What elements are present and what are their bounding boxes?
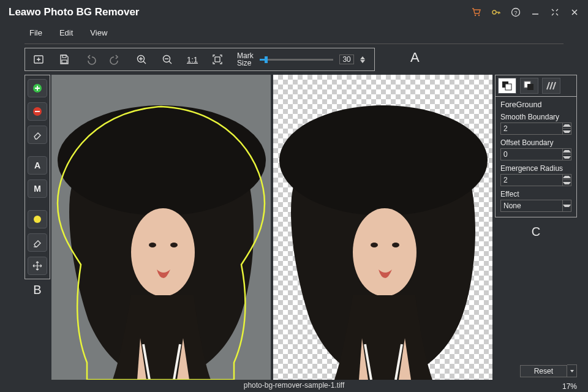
cart-icon[interactable] (472, 7, 481, 17)
titlebar-actions: ? (472, 7, 579, 17)
svg-point-17 (170, 243, 178, 247)
svg-point-20 (371, 243, 378, 247)
right-panel: ForeGround Smooth Boundary 2 Offset Boun… (495, 75, 577, 239)
divider (24, 43, 564, 44)
auto-mode-button[interactable]: A (28, 156, 47, 175)
effect-select[interactable]: None (500, 200, 571, 212)
svg-point-19 (353, 208, 417, 296)
zoom-out-icon[interactable] (161, 53, 173, 66)
mark-size-value[interactable]: 30 (339, 55, 354, 64)
reset-button[interactable]: Reset (520, 365, 567, 377)
annotation-c: C (495, 225, 577, 239)
svg-text:?: ? (514, 10, 517, 16)
svg-point-13 (34, 216, 41, 223)
color-picker-button[interactable] (28, 210, 47, 228)
offset-boundary-label: Offset Boundary (500, 138, 571, 147)
menu-file[interactable]: File (29, 28, 42, 37)
left-sidebar: A M (24, 75, 50, 279)
minimize-icon[interactable] (530, 7, 540, 17)
eraser-button[interactable] (28, 126, 47, 144)
svg-point-16 (149, 243, 156, 247)
mark-size-spinner[interactable] (360, 56, 365, 63)
app-title: Leawo Photo BG Remover (9, 6, 139, 18)
svg-rect-23 (505, 84, 511, 90)
svg-point-21 (392, 243, 399, 247)
menubar: File Edit View (0, 24, 588, 43)
maximize-icon[interactable] (550, 7, 560, 17)
filename-label: photo-bg-remover-sample-1.tiff (244, 381, 345, 390)
annotation-b: B (24, 283, 50, 297)
tab-foreground[interactable] (498, 78, 516, 94)
emergence-radius-field[interactable]: 2 (500, 174, 571, 186)
smooth-boundary-field[interactable]: 2 (500, 123, 571, 135)
svg-point-0 (475, 15, 476, 16)
annotation-a: A (410, 50, 420, 66)
help-icon[interactable]: ? (511, 7, 521, 17)
titlebar: Leawo Photo BG Remover ? (0, 0, 588, 24)
emergence-radius-label: Emergence Radius (500, 164, 571, 173)
add-mark-button[interactable] (28, 79, 47, 97)
menu-view[interactable]: View (90, 28, 107, 37)
status-bar: photo-bg-remover-sample-1.tiff (0, 379, 588, 392)
canvas-area (51, 75, 492, 380)
svg-point-2 (492, 10, 496, 14)
original-canvas[interactable] (51, 75, 271, 380)
undo-icon[interactable] (84, 53, 96, 66)
add-file-icon[interactable] (32, 53, 45, 66)
close-icon[interactable] (570, 7, 579, 17)
mask-eraser-button[interactable] (28, 233, 47, 252)
key-icon[interactable] (491, 7, 501, 17)
move-button[interactable] (28, 257, 47, 275)
effect-label: Effect (500, 190, 571, 198)
right-panel-tabs (495, 75, 577, 97)
toolbar: 1:1 Mark Size 30 (24, 48, 375, 71)
save-icon[interactable] (58, 53, 70, 66)
tab-edge[interactable] (542, 78, 560, 94)
offset-boundary-field[interactable]: 0 (500, 148, 571, 160)
reset-dropdown[interactable] (567, 364, 577, 377)
zoom-in-icon[interactable] (135, 53, 148, 66)
mark-size-control: Mark Size 30 (237, 52, 365, 67)
tab-background[interactable] (520, 78, 538, 94)
svg-point-15 (131, 208, 195, 296)
fit-screen-icon[interactable] (211, 53, 224, 66)
svg-point-1 (478, 15, 480, 16)
redo-icon[interactable] (110, 53, 122, 66)
mark-size-label2: Size (237, 59, 254, 67)
smooth-boundary-label: Smooth Boundary (500, 113, 571, 121)
svg-rect-25 (527, 84, 533, 90)
manual-mode-button[interactable]: M (28, 179, 47, 198)
remove-mark-button[interactable] (28, 102, 47, 121)
menu-edit[interactable]: Edit (59, 28, 73, 37)
svg-rect-7 (62, 60, 67, 63)
right-panel-body: ForeGround Smooth Boundary 2 Offset Boun… (495, 97, 577, 217)
svg-rect-6 (62, 55, 66, 58)
svg-point-14 (58, 105, 266, 216)
result-canvas[interactable] (273, 75, 492, 380)
actual-size-icon[interactable]: 1:1 (187, 53, 198, 66)
svg-point-18 (279, 105, 488, 216)
svg-rect-10 (215, 57, 220, 62)
section-title: ForeGround (500, 100, 571, 109)
mark-size-slider[interactable] (260, 59, 333, 61)
